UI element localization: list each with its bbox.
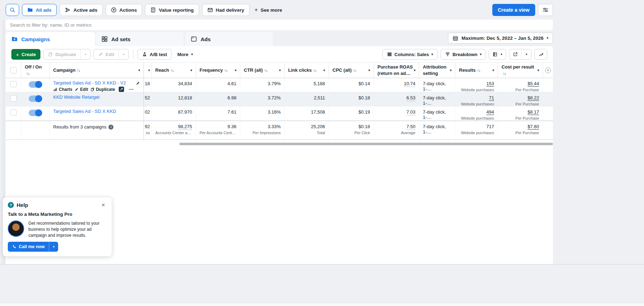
filter-chip-label: Had delivery <box>216 7 244 13</box>
campaign-toggle[interactable] <box>29 95 42 102</box>
columns-label: Columns: Sales <box>394 52 429 57</box>
report-document-icon <box>150 7 156 13</box>
tab-ad-sets[interactable]: Ad sets <box>96 32 184 46</box>
view-chart-action[interactable] <box>119 87 124 92</box>
column-menu-icon[interactable]: ▾ <box>450 69 452 72</box>
chevron-down-icon: ▾ <box>191 53 193 56</box>
roas-total[interactable]: 7.50 <box>407 124 415 130</box>
cost-per-result-value[interactable]: $5.44 <box>527 81 539 86</box>
sort-icon: ↑↓ <box>353 68 356 72</box>
header-attribution-setting[interactable]: Attributionsetting ▾ <box>419 63 455 78</box>
header-campaign[interactable]: Campaign↑↓ ▾ <box>50 63 144 78</box>
header-cost-per-result[interactable]: Cost per result↑↓ ▾ <box>498 63 543 78</box>
reach-total[interactable]: 98,275 <box>178 124 192 130</box>
pin-icon[interactable] <box>135 81 140 86</box>
cost-sub: Per Purchase <box>502 116 539 120</box>
export-dropdown[interactable]: ▾ <box>521 49 531 59</box>
filter-chip-actions[interactable]: Actions <box>106 4 142 16</box>
column-menu-icon[interactable]: ▾ <box>279 69 281 72</box>
column-menu-icon[interactable]: ▾ <box>235 69 236 72</box>
campaign-name-link[interactable]: Targeted Sales Ad - SD X KKD <box>53 109 135 114</box>
header-frequency[interactable]: Frequency↑↓ ▾ <box>196 63 240 78</box>
breakdown-icon <box>445 52 450 57</box>
column-menu-icon[interactable]: ▾ <box>190 69 192 72</box>
filter-chip-all-ads[interactable]: All ads <box>22 4 57 16</box>
hidden-column-total: 92 <box>145 124 150 129</box>
breakdown-button[interactable]: Breakdown ▾ <box>441 49 486 60</box>
add-column-button[interactable]: + <box>543 63 553 78</box>
row-checkbox[interactable] <box>10 81 17 87</box>
campaign-name-link[interactable]: Targeted Sales Ad - SD X KKD - V2 <box>53 80 135 86</box>
campaign-name-link[interactable]: KKD Website Retarget <box>53 94 135 100</box>
edit-dropdown[interactable]: ▾ <box>118 49 128 59</box>
info-icon[interactable]: i <box>108 125 113 130</box>
search-filter-button[interactable] <box>6 4 19 16</box>
reports-button[interactable]: ▾ <box>489 49 506 60</box>
cost-per-result-value[interactable]: $8.22 <box>527 95 539 100</box>
header-hidden-column[interactable]: ▾ <box>144 63 152 78</box>
call-options-dropdown[interactable]: ▾ <box>49 242 58 252</box>
column-menu-icon[interactable]: ▾ <box>368 69 370 72</box>
header-label: (return on ad… <box>377 71 410 76</box>
column-menu-icon[interactable]: ▾ <box>492 69 494 72</box>
results-value[interactable]: 71 <box>489 95 494 100</box>
campaign-toggle[interactable] <box>29 81 42 88</box>
view-charts-button[interactable] <box>534 49 547 60</box>
row-checkbox[interactable] <box>10 95 17 102</box>
create-a-view-button[interactable]: Create a view <box>492 4 536 16</box>
create-button[interactable]: + Create <box>11 49 40 60</box>
filter-chip-value-reporting[interactable]: Value reporting <box>145 4 199 16</box>
header-cpc[interactable]: CPC (all)↑↓ ▾ <box>329 63 374 78</box>
tab-campaigns[interactable]: Campaigns <box>6 32 95 46</box>
results-value[interactable]: 494 <box>486 109 494 115</box>
sort-icon: ↑↓ <box>77 68 80 72</box>
header-results[interactable]: Results↑↓ ▾ <box>455 63 498 78</box>
tab-ads[interactable]: Ads <box>185 32 273 46</box>
see-more-filters-button[interactable]: + See more <box>254 7 282 13</box>
breakdown-label: Breakdown <box>453 52 477 57</box>
campaign-toggle[interactable] <box>29 110 42 116</box>
column-menu-icon[interactable]: ▾ <box>138 69 140 72</box>
horizontal-scrollbar[interactable] <box>179 143 553 145</box>
sort-icon: ↑↓ <box>503 71 506 76</box>
edit-label: Edit <box>106 52 114 57</box>
reports-icon <box>493 52 498 57</box>
header-reach[interactable]: Reach↑↓ ▾ <box>152 63 196 78</box>
columns-button[interactable]: Columns: Sales ▾ <box>382 49 438 60</box>
header-link-clicks[interactable]: Link clicks↑↓ ▾ <box>285 63 329 78</box>
more-button[interactable]: More ▾ <box>174 52 196 57</box>
select-all-checkbox[interactable] <box>6 63 21 78</box>
row-checkbox[interactable] <box>10 109 17 116</box>
roas-value[interactable]: 7.03 <box>407 109 415 115</box>
call-me-now-button[interactable]: Call me now <box>8 242 49 252</box>
date-range-picker[interactable]: Maximum: Dec 5, 2022 – Jan 5, 2026 ▾ <box>448 33 553 44</box>
header-off-on[interactable]: Off / On↑↓ <box>21 63 50 78</box>
cost-per-result-value[interactable]: $8.17 <box>527 109 539 115</box>
edit-action[interactable]: Edit <box>74 87 88 92</box>
search-input[interactable] <box>6 20 553 30</box>
send-icon <box>65 7 71 13</box>
charts-action[interactable]: Charts <box>53 87 72 92</box>
results-value[interactable]: 153 <box>486 81 494 86</box>
roas-value[interactable]: 6.53 <box>407 95 415 101</box>
duplicate-action[interactable]: Duplicate <box>90 87 115 92</box>
chevron-down-icon: ▾ <box>500 53 502 56</box>
column-menu-icon[interactable]: ▾ <box>414 69 415 72</box>
folder-icon <box>27 7 33 13</box>
ab-test-button[interactable]: A/B test <box>138 49 172 60</box>
close-icon[interactable]: ✕ <box>100 202 107 208</box>
duplicate-button[interactable]: Duplicate <box>44 49 80 59</box>
edit-button[interactable]: Edit <box>94 49 119 59</box>
roas-value[interactable]: 10.74 <box>404 81 415 87</box>
header-purchase-roas[interactable]: Purchase ROAS(return on ad… ▾ <box>374 63 419 78</box>
duplicate-dropdown[interactable]: ▾ <box>80 49 90 59</box>
more-actions-button[interactable]: ⋯ <box>129 87 134 92</box>
view-settings-button[interactable] <box>538 4 553 16</box>
header-ctr[interactable]: CTR (all)↑↓ ▾ <box>240 63 285 78</box>
cost-total[interactable]: $7.60 <box>527 124 539 129</box>
column-menu-icon[interactable]: ▾ <box>537 69 539 72</box>
column-menu-icon[interactable]: ▾ <box>323 69 325 72</box>
filter-chip-active-ads[interactable]: Active ads <box>60 4 103 16</box>
export-button[interactable] <box>509 49 521 59</box>
filter-chip-had-delivery[interactable]: Had delivery <box>202 4 250 16</box>
